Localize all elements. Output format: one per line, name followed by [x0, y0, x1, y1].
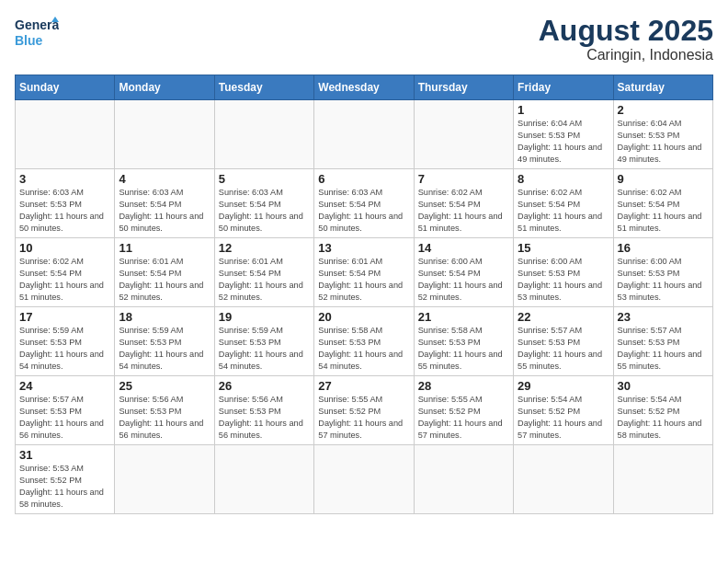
day-number: 21	[418, 310, 509, 324]
calendar-week-row: 3Sunrise: 6:03 AM Sunset: 5:53 PM Daylig…	[16, 169, 713, 238]
calendar-cell: 30Sunrise: 5:54 AM Sunset: 5:52 PM Dayli…	[613, 376, 712, 445]
day-number: 19	[219, 310, 310, 324]
calendar-cell: 19Sunrise: 5:59 AM Sunset: 5:53 PM Dayli…	[214, 307, 313, 376]
day-info: Sunrise: 5:56 AM Sunset: 5:53 PM Dayligh…	[119, 394, 210, 442]
calendar-cell	[115, 445, 214, 514]
calendar-cell: 13Sunrise: 6:01 AM Sunset: 5:54 PM Dayli…	[314, 238, 414, 307]
calendar-table: SundayMondayTuesdayWednesdayThursdayFrid…	[15, 75, 713, 514]
calendar-cell: 24Sunrise: 5:57 AM Sunset: 5:53 PM Dayli…	[16, 376, 115, 445]
calendar-cell: 27Sunrise: 5:55 AM Sunset: 5:52 PM Dayli…	[314, 376, 414, 445]
calendar-cell	[314, 100, 414, 169]
calendar-cell: 1Sunrise: 6:04 AM Sunset: 5:53 PM Daylig…	[514, 100, 613, 169]
calendar-cell: 25Sunrise: 5:56 AM Sunset: 5:53 PM Dayli…	[115, 376, 214, 445]
calendar-cell	[613, 445, 712, 514]
day-info: Sunrise: 6:03 AM Sunset: 5:54 PM Dayligh…	[119, 187, 210, 235]
day-number: 9	[618, 172, 709, 186]
calendar-cell	[414, 100, 513, 169]
calendar-cell	[214, 100, 313, 169]
calendar-cell: 16Sunrise: 6:00 AM Sunset: 5:53 PM Dayli…	[613, 238, 712, 307]
day-number: 17	[19, 310, 110, 324]
day-info: Sunrise: 6:02 AM Sunset: 5:54 PM Dayligh…	[618, 187, 709, 235]
day-info: Sunrise: 6:04 AM Sunset: 5:53 PM Dayligh…	[618, 118, 709, 166]
calendar-cell: 17Sunrise: 5:59 AM Sunset: 5:53 PM Dayli…	[16, 307, 115, 376]
calendar-week-row: 17Sunrise: 5:59 AM Sunset: 5:53 PM Dayli…	[16, 307, 713, 376]
weekday-header-friday: Friday	[514, 75, 613, 100]
day-info: Sunrise: 6:03 AM Sunset: 5:54 PM Dayligh…	[219, 187, 310, 235]
day-number: 15	[518, 241, 609, 255]
calendar-cell: 10Sunrise: 6:02 AM Sunset: 5:54 PM Dayli…	[16, 238, 115, 307]
day-number: 24	[19, 379, 110, 393]
weekday-header-wednesday: Wednesday	[314, 75, 414, 100]
day-info: Sunrise: 6:03 AM Sunset: 5:54 PM Dayligh…	[318, 187, 409, 235]
calendar-cell: 29Sunrise: 5:54 AM Sunset: 5:52 PM Dayli…	[514, 376, 613, 445]
day-info: Sunrise: 6:03 AM Sunset: 5:53 PM Dayligh…	[19, 187, 110, 235]
day-number: 13	[318, 241, 409, 255]
calendar-cell	[115, 100, 214, 169]
day-number: 23	[618, 310, 709, 324]
day-number: 30	[618, 379, 709, 393]
day-info: Sunrise: 6:00 AM Sunset: 5:53 PM Dayligh…	[518, 256, 609, 304]
day-number: 11	[119, 241, 210, 255]
day-info: Sunrise: 5:57 AM Sunset: 5:53 PM Dayligh…	[518, 325, 609, 373]
calendar-cell: 8Sunrise: 6:02 AM Sunset: 5:54 PM Daylig…	[514, 169, 613, 238]
day-info: Sunrise: 6:01 AM Sunset: 5:54 PM Dayligh…	[119, 256, 210, 304]
day-info: Sunrise: 6:04 AM Sunset: 5:53 PM Dayligh…	[518, 118, 609, 166]
day-number: 8	[518, 172, 609, 186]
calendar-cell: 7Sunrise: 6:02 AM Sunset: 5:54 PM Daylig…	[414, 169, 513, 238]
day-info: Sunrise: 6:01 AM Sunset: 5:54 PM Dayligh…	[318, 256, 409, 304]
day-info: Sunrise: 5:56 AM Sunset: 5:53 PM Dayligh…	[219, 394, 310, 442]
day-info: Sunrise: 6:01 AM Sunset: 5:54 PM Dayligh…	[219, 256, 310, 304]
weekday-header-thursday: Thursday	[414, 75, 513, 100]
calendar-cell: 9Sunrise: 6:02 AM Sunset: 5:54 PM Daylig…	[613, 169, 712, 238]
calendar-cell: 22Sunrise: 5:57 AM Sunset: 5:53 PM Dayli…	[514, 307, 613, 376]
calendar-cell	[16, 100, 115, 169]
weekday-header-tuesday: Tuesday	[214, 75, 313, 100]
calendar-cell	[214, 445, 313, 514]
calendar-cell: 26Sunrise: 5:56 AM Sunset: 5:53 PM Dayli…	[214, 376, 313, 445]
calendar-cell: 3Sunrise: 6:03 AM Sunset: 5:53 PM Daylig…	[16, 169, 115, 238]
calendar-cell	[314, 445, 414, 514]
day-info: Sunrise: 6:00 AM Sunset: 5:54 PM Dayligh…	[418, 256, 509, 304]
calendar-cell: 20Sunrise: 5:58 AM Sunset: 5:53 PM Dayli…	[314, 307, 414, 376]
day-number: 26	[219, 379, 310, 393]
day-info: Sunrise: 5:53 AM Sunset: 5:52 PM Dayligh…	[19, 463, 110, 511]
day-info: Sunrise: 5:55 AM Sunset: 5:52 PM Dayligh…	[418, 394, 509, 442]
day-info: Sunrise: 5:54 AM Sunset: 5:52 PM Dayligh…	[518, 394, 609, 442]
day-info: Sunrise: 6:00 AM Sunset: 5:53 PM Dayligh…	[618, 256, 709, 304]
day-number: 12	[219, 241, 310, 255]
day-info: Sunrise: 5:59 AM Sunset: 5:53 PM Dayligh…	[19, 325, 110, 373]
weekday-header-row: SundayMondayTuesdayWednesdayThursdayFrid…	[16, 75, 713, 100]
day-number: 14	[418, 241, 509, 255]
day-number: 6	[318, 172, 409, 186]
calendar-week-row: 31Sunrise: 5:53 AM Sunset: 5:52 PM Dayli…	[16, 445, 713, 514]
day-number: 18	[119, 310, 210, 324]
day-info: Sunrise: 5:55 AM Sunset: 5:52 PM Dayligh…	[318, 394, 409, 442]
calendar-cell: 5Sunrise: 6:03 AM Sunset: 5:54 PM Daylig…	[214, 169, 313, 238]
day-number: 1	[518, 103, 609, 117]
calendar-week-row: 1Sunrise: 6:04 AM Sunset: 5:53 PM Daylig…	[16, 100, 713, 169]
page-header: General Blue August 2025 Caringin, Indon…	[15, 15, 713, 63]
logo-icon: General Blue	[15, 15, 59, 52]
day-number: 31	[19, 448, 110, 462]
day-info: Sunrise: 5:57 AM Sunset: 5:53 PM Dayligh…	[618, 325, 709, 373]
calendar-cell	[514, 445, 613, 514]
calendar-week-row: 10Sunrise: 6:02 AM Sunset: 5:54 PM Dayli…	[16, 238, 713, 307]
calendar-cell: 12Sunrise: 6:01 AM Sunset: 5:54 PM Dayli…	[214, 238, 313, 307]
day-number: 7	[418, 172, 509, 186]
day-number: 29	[518, 379, 609, 393]
calendar-cell: 6Sunrise: 6:03 AM Sunset: 5:54 PM Daylig…	[314, 169, 414, 238]
day-info: Sunrise: 5:54 AM Sunset: 5:52 PM Dayligh…	[618, 394, 709, 442]
calendar-cell: 4Sunrise: 6:03 AM Sunset: 5:54 PM Daylig…	[115, 169, 214, 238]
day-info: Sunrise: 6:02 AM Sunset: 5:54 PM Dayligh…	[418, 187, 509, 235]
day-info: Sunrise: 5:58 AM Sunset: 5:53 PM Dayligh…	[418, 325, 509, 373]
calendar-cell: 28Sunrise: 5:55 AM Sunset: 5:52 PM Dayli…	[414, 376, 513, 445]
calendar-cell: 21Sunrise: 5:58 AM Sunset: 5:53 PM Dayli…	[414, 307, 513, 376]
weekday-header-saturday: Saturday	[613, 75, 712, 100]
day-number: 3	[19, 172, 110, 186]
day-info: Sunrise: 5:57 AM Sunset: 5:53 PM Dayligh…	[19, 394, 110, 442]
day-info: Sunrise: 5:59 AM Sunset: 5:53 PM Dayligh…	[119, 325, 210, 373]
calendar-cell: 31Sunrise: 5:53 AM Sunset: 5:52 PM Dayli…	[16, 445, 115, 514]
day-number: 22	[518, 310, 609, 324]
day-number: 27	[318, 379, 409, 393]
svg-text:Blue: Blue	[15, 33, 43, 48]
